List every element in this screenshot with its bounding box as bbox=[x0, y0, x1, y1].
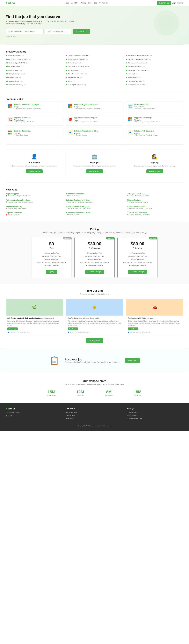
pricing-feature: Unlimited Regular Job Post bbox=[77, 254, 112, 258]
time-icon: 🕐 bbox=[77, 332, 79, 333]
category-item[interactable]: ■ Gen Mgt/Admin(0) bbox=[66, 69, 123, 72]
location-icon: 📍 bbox=[127, 202, 129, 203]
job-search-input[interactable] bbox=[5, 29, 44, 34]
nav-logo[interactable]: ✦ JobFair bbox=[5, 2, 15, 4]
nav-contact[interactable]: Contact Us bbox=[99, 2, 108, 4]
footer-link[interactable]: Contact Us bbox=[5, 414, 62, 418]
hero-decoration bbox=[153, 9, 181, 37]
category-name: Data Entry/Operator/BPO bbox=[7, 62, 25, 64]
job-card[interactable]: Logistics Technician Microsoft 📍Oslo, Os… bbox=[5, 128, 63, 139]
category-item[interactable]: ■ HR/Org. Development(0) bbox=[5, 72, 63, 76]
nav-home[interactable]: Home bbox=[65, 2, 69, 4]
category-item[interactable]: ■ Media/Event Mgt.(0) bbox=[66, 76, 123, 79]
category-item[interactable]: ■ Electrician/Construction/ Repair(2) bbox=[66, 65, 123, 68]
job-card[interactable]: Fullstack Engineer with React Google 📍Mo… bbox=[66, 102, 123, 112]
job-card[interactable]: ✸ Database Administrator (DBA) Walmart 📍… bbox=[66, 128, 123, 139]
category-count: (0) bbox=[20, 69, 21, 71]
post-a-job-button[interactable]: Post a Job bbox=[125, 358, 140, 363]
new-job-item[interactable]: Supply Chain Manager 📍 Redmond, Washingt… bbox=[127, 205, 184, 210]
register-account-button[interactable]: Register Account bbox=[26, 170, 43, 173]
register-account-button[interactable]: Register Account bbox=[86, 170, 103, 173]
job-location: 📍Oslo, Oslo, Norway bbox=[14, 134, 31, 136]
read-more-button[interactable]: Read More bbox=[68, 328, 78, 330]
new-jobs-grid: Display Supplier 📍 Redmond, Washington, … bbox=[5, 192, 184, 216]
category-item[interactable]: ■ Agro (Farm/Animal/Fisheries)(0) bbox=[66, 54, 123, 57]
register-account-button[interactable]: Register Account bbox=[146, 170, 163, 173]
footer-link[interactable]: Go Premium Package bbox=[127, 417, 184, 420]
pricing-cta-button[interactable]: Purchase Package bbox=[128, 270, 147, 274]
category-item[interactable]: ■ Security/Support Service(2) bbox=[126, 83, 184, 86]
all-blog-posts-button[interactable]: All Blog Posts bbox=[86, 338, 103, 343]
category-item[interactable]: ■ Garments/Textile(0) bbox=[5, 69, 63, 72]
job-card[interactable]: Supply Chain Manager Microsoft 📍Redmond,… bbox=[126, 115, 184, 126]
category-item[interactable]: ■ Design/Creative(0) bbox=[66, 61, 123, 64]
category-item[interactable]: ■ Commercial/Supply Chain(0) bbox=[66, 58, 123, 61]
category-item[interactable]: ■ Accounting/Finance(0) bbox=[5, 54, 63, 57]
nav-jobs[interactable]: Jobs bbox=[88, 2, 91, 4]
job-card[interactable]: ✸ Fullstack PHP Developer Walmart 📍Brook… bbox=[126, 128, 184, 139]
location-search-input[interactable] bbox=[45, 29, 71, 34]
blog-image: 👷 bbox=[66, 299, 123, 316]
new-job-item[interactable]: Fullstack PHP Developer 📍 Brooklyn, New … bbox=[127, 211, 184, 216]
category-item[interactable]: ■ Research/Consultancy(0) bbox=[5, 83, 63, 86]
post-job-section: 📋 Post your job Job seekers looking for … bbox=[0, 349, 189, 372]
location-icon: 📍 bbox=[5, 202, 7, 203]
footer-link[interactable]: Create Account bbox=[66, 411, 123, 414]
pricing-cta-button[interactable]: Purchase Package bbox=[85, 270, 104, 274]
register-nav-button[interactable]: Register bbox=[177, 2, 184, 4]
category-item[interactable]: ■ Bank/ Non-Bank Fin. Institution(0) bbox=[126, 54, 184, 57]
new-job-item[interactable]: Database Administrator 📍 Munich, Germany bbox=[66, 192, 123, 198]
stats-grid: 15M Job Applicants 12M Job Posted 8M Emp… bbox=[38, 390, 151, 396]
category-item[interactable]: ■ Driving/Motor Technician(0) bbox=[126, 61, 184, 64]
nav-blog[interactable]: Blog bbox=[94, 2, 97, 4]
category-item[interactable]: ■ NGO/Development(0) bbox=[5, 80, 63, 83]
new-job-item[interactable]: PHP/Python Developer 📍 Brooklyn, New Yor… bbox=[127, 192, 184, 198]
category-item[interactable]: ■ Engineers/Architects(0) bbox=[126, 65, 184, 68]
category-item[interactable]: ■ Market/Pharma(0) bbox=[126, 76, 184, 79]
new-job-item[interactable]: Database Administrator (DBA) 📍 Munich, G… bbox=[66, 211, 123, 216]
new-job-item[interactable]: Logistics Technician 📍 Oslo, Oslo, Norwa… bbox=[5, 211, 62, 216]
job-card[interactable]: Fullstack JavaScript Developer Google 📍M… bbox=[5, 102, 63, 112]
category-item[interactable]: ■ IT & Telecommunication(7) bbox=[66, 72, 123, 76]
post-new-job-button[interactable]: Post new job bbox=[157, 1, 171, 5]
job-card[interactable]: 🍎 Apple Store Leader Program Apple 📍Cupe… bbox=[66, 115, 123, 126]
new-job-item[interactable]: Engineer (Electrical) 📍 Oamaru, Otago, N… bbox=[5, 205, 62, 210]
category-item[interactable]: ■ Law/Legal(0) bbox=[126, 72, 184, 76]
search-job-button[interactable]: 🔍 Search Job bbox=[73, 29, 90, 34]
login-button[interactable]: Login bbox=[172, 2, 176, 4]
footer-link[interactable]: Dashboard bbox=[66, 417, 123, 420]
read-more-button[interactable]: Read More bbox=[7, 328, 18, 330]
read-more-button[interactable]: Read More bbox=[128, 328, 138, 330]
new-job-item[interactable]: Apple Store Leader Program 📍 Cupertino, … bbox=[66, 205, 123, 210]
category-item[interactable]: ■ Production/Operation(0) bbox=[126, 80, 184, 83]
category-item[interactable]: ■ Education/Training(0) bbox=[5, 65, 63, 68]
category-item[interactable]: ■ Data Entry/Operator/BPO(0) bbox=[5, 61, 63, 64]
category-item[interactable]: ■ Others(0) bbox=[66, 80, 123, 83]
category-count: (2) bbox=[146, 84, 147, 86]
nav-about[interactable]: About Us bbox=[71, 2, 78, 4]
category-item[interactable]: ■ Marketing/Sales(0) bbox=[5, 76, 63, 79]
category-bullet: ■ bbox=[126, 66, 127, 68]
category-bullet: ■ bbox=[66, 66, 67, 68]
footer-link[interactable]: Terms and Conditions bbox=[5, 411, 62, 414]
footer-link[interactable]: Search Jobs bbox=[66, 414, 123, 417]
pricing-cta-button[interactable]: Sign Up bbox=[46, 270, 57, 274]
category-item[interactable]: ■ Secretary/Receptionist(0) bbox=[66, 83, 123, 86]
footer-col3: Employer Create AccountPost New JobGo Pr… bbox=[127, 408, 184, 420]
nav-pricing[interactable]: Pricing bbox=[81, 2, 86, 4]
category-bullet: ■ bbox=[126, 73, 127, 75]
footer-link[interactable]: Create Account bbox=[127, 411, 184, 414]
job-card[interactable]: 🏗️ Diploma Engineer TriangleDream 📍Oamar… bbox=[126, 102, 184, 112]
category-item[interactable]: ■ Hospitality/ Travel/ Tourism(0) bbox=[126, 69, 184, 72]
new-job-item[interactable]: Diploma Engineer 📍 Oamaru, Otago, New Ze… bbox=[127, 198, 184, 204]
category-count: (0) bbox=[22, 55, 23, 56]
footer-link[interactable]: Post New Job bbox=[127, 414, 184, 417]
new-job-item[interactable]: Fullstack Engineer with React 📍 Mountain… bbox=[66, 198, 123, 204]
account-type-card: 🏢 Employer Create an employer account to… bbox=[66, 150, 123, 177]
new-job-item[interactable]: Fullstack JavaScript Developer 📍 Mountai… bbox=[5, 198, 62, 204]
category-item[interactable]: ■ Customer Support/Call Centre(0) bbox=[126, 58, 184, 61]
job-card[interactable]: 🏗️ Engineer (Electrical) TriangleDream 📍… bbox=[5, 115, 63, 126]
new-job-location: 📍 Oamaru, Otago, New Zealand bbox=[127, 202, 184, 203]
category-item[interactable]: ■ Beauty Care/ Health & Fitness(0) bbox=[5, 58, 63, 61]
new-job-item[interactable]: Display Supplier 📍 Redmond, Washington, … bbox=[5, 192, 62, 198]
